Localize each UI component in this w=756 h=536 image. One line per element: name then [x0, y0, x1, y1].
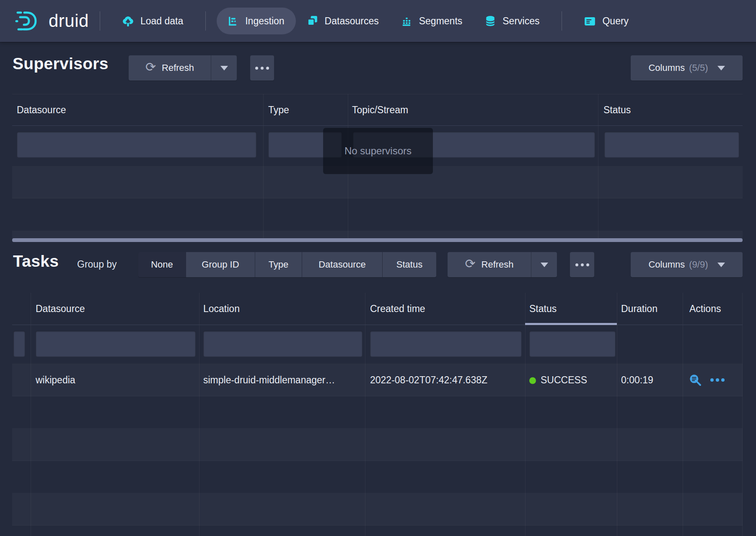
supervisors-title: Supervisors — [13, 55, 109, 73]
horizontal-scrollbar[interactable] — [12, 238, 743, 242]
group-by-label: Group by — [77, 259, 117, 270]
cell-duration: 0:00:19 — [621, 375, 653, 386]
nav-divider — [100, 11, 100, 31]
header-location[interactable]: Location — [203, 303, 240, 315]
tasks-table-header: Datasource Location Created time Status … — [12, 293, 743, 325]
nav-item-ingestion[interactable]: Ingestion — [217, 8, 295, 34]
druid-logo[interactable]: druid — [15, 10, 89, 32]
header-topic-stream[interactable]: Topic/Stream — [352, 104, 408, 116]
cell-status: SUCCESS — [529, 375, 587, 386]
cell-datasource: wikipedia — [36, 375, 75, 386]
filter-input-hidden-column[interactable] — [13, 331, 25, 357]
nav-item-segments[interactable]: Segments — [390, 8, 474, 34]
more-dots-icon — [575, 263, 589, 266]
console-icon — [584, 16, 595, 27]
header-created-time[interactable]: Created time — [370, 303, 425, 315]
no-supervisors-overlay: No supervisors — [323, 128, 433, 174]
supervisors-refresh-split-button: ⟳ Refresh — [129, 55, 237, 81]
filter-input-status[interactable] — [604, 132, 739, 158]
nav-item-datasources[interactable]: Datasources — [296, 8, 390, 34]
upload-icon — [122, 16, 134, 27]
caret-down-icon — [541, 263, 548, 267]
table-row — [12, 429, 743, 461]
table-row — [12, 461, 743, 493]
group-by-status-button[interactable]: Status — [383, 252, 436, 277]
header-actions[interactable]: Actions — [689, 303, 721, 315]
refresh-icon: ⟳ — [145, 61, 156, 73]
table-row — [12, 231, 743, 238]
supervisors-columns-button[interactable]: Columns (5/5) — [631, 55, 743, 81]
cell-location: simple-druid-middlemanager… — [203, 375, 335, 386]
nav-item-label: Ingestion — [245, 16, 284, 27]
group-by-none-button[interactable]: None — [138, 252, 186, 277]
group-by-group-id-button[interactable]: Group ID — [186, 252, 255, 277]
tasks-refresh-menu-button[interactable] — [531, 252, 557, 277]
magnifier-details-icon[interactable] — [689, 373, 702, 387]
header-status[interactable]: Status — [529, 303, 557, 315]
tasks-filter-row — [12, 325, 743, 364]
tasks-table: Datasource Location Created time Status … — [12, 293, 743, 536]
nav-item-load-data[interactable]: Load data — [111, 8, 194, 34]
header-datasource[interactable]: Datasource — [36, 303, 85, 315]
druid-console: druid Load data — [0, 0, 756, 536]
row-more-actions-icon[interactable] — [710, 378, 725, 382]
filter-input-status[interactable] — [529, 331, 616, 357]
header-datasource[interactable]: Datasource — [17, 104, 66, 116]
stacked-layers-icon — [307, 16, 318, 26]
filter-input-datasource[interactable] — [36, 331, 196, 357]
database-icon — [485, 16, 496, 26]
refresh-icon: ⟳ — [465, 258, 475, 270]
nav-item-label: Query — [602, 16, 629, 27]
group-by-type-button[interactable]: Type — [255, 252, 302, 277]
logo-wordmark: druid — [49, 11, 89, 31]
top-nav-bar: druid Load data — [0, 0, 756, 42]
header-status[interactable]: Status — [603, 104, 631, 116]
filter-input-location[interactable] — [203, 331, 362, 357]
nav-item-label: Services — [502, 16, 539, 27]
caret-down-icon — [717, 263, 725, 267]
supervisors-refresh-button[interactable]: ⟳ Refresh — [129, 55, 211, 81]
cell-actions — [689, 364, 725, 396]
group-by-datasource-button[interactable]: Datasource — [302, 252, 382, 277]
task-row-wikipedia[interactable]: wikipedia simple-druid-middlemanager… 20… — [12, 364, 743, 396]
table-row — [12, 198, 743, 231]
caret-down-icon — [717, 66, 725, 70]
nav-item-services[interactable]: Services — [474, 8, 551, 34]
table-row — [12, 396, 743, 429]
tasks-more-button[interactable] — [570, 252, 594, 277]
group-by-button-group: None Group ID Type Datasource Status — [138, 252, 436, 277]
status-text: SUCCESS — [541, 375, 587, 385]
filter-input-created-time[interactable] — [370, 331, 522, 357]
columns-count: (9/9) — [689, 259, 708, 270]
tasks-refresh-split-button: ⟳ Refresh — [448, 252, 557, 277]
more-dots-icon — [255, 67, 269, 70]
caret-down-icon — [220, 66, 228, 70]
tasks-columns-button[interactable]: Columns (9/9) — [631, 252, 743, 277]
gantt-chart-icon — [228, 16, 238, 26]
filter-input-datasource[interactable] — [17, 132, 256, 158]
columns-label: Columns — [648, 259, 685, 270]
table-row — [12, 493, 743, 526]
nav-item-query[interactable]: Query — [573, 8, 640, 34]
bar-chart-icon — [401, 16, 412, 26]
nav-item-label: Segments — [419, 16, 463, 27]
supervisors-table-header: Datasource Type Topic/Stream Status — [12, 94, 743, 126]
nav-item-label: Load data — [140, 16, 183, 27]
success-status-dot-icon — [529, 377, 536, 384]
nav-divider — [562, 11, 562, 31]
tasks-refresh-button[interactable]: ⟳ Refresh — [448, 252, 531, 277]
druid-logo-icon — [15, 10, 42, 32]
header-duration[interactable]: Duration — [621, 303, 658, 315]
supervisors-refresh-menu-button[interactable] — [211, 55, 237, 81]
supervisors-more-button[interactable] — [250, 55, 274, 81]
empty-message: No supervisors — [344, 145, 412, 157]
columns-label: Columns — [648, 62, 685, 73]
tasks-title: Tasks — [13, 252, 59, 271]
nav-item-label: Datasources — [325, 16, 379, 27]
nav-divider — [205, 11, 206, 31]
columns-count: (5/5) — [689, 62, 708, 73]
table-row — [12, 526, 743, 536]
refresh-label: Refresh — [482, 259, 514, 270]
refresh-label: Refresh — [162, 62, 194, 73]
header-type[interactable]: Type — [268, 104, 289, 116]
